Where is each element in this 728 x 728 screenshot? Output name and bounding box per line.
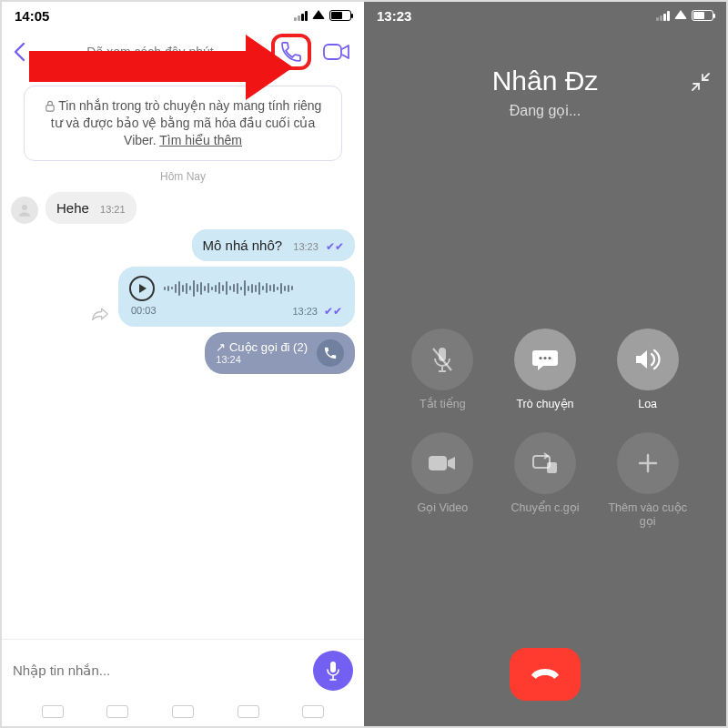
svg-point-6 bbox=[539, 357, 541, 359]
person-icon bbox=[16, 202, 33, 218]
status-time: 13:23 bbox=[377, 8, 411, 24]
call-status: Đang gọi... bbox=[364, 102, 726, 119]
message-time: 13:23 bbox=[293, 241, 318, 252]
mic-icon bbox=[325, 661, 341, 681]
status-time: 14:05 bbox=[15, 8, 49, 24]
message-bubble-out[interactable]: Mô nhá nhô? 13:23 ✔✔ bbox=[192, 229, 355, 261]
message-time: 13:21 bbox=[100, 204, 126, 215]
battery-icon bbox=[329, 10, 351, 21]
chat-body[interactable]: Tin nhắn trong trò chuyện này mang tính … bbox=[2, 75, 364, 639]
tool-icon[interactable] bbox=[42, 705, 64, 718]
svg-rect-11 bbox=[547, 462, 557, 473]
tool-icon[interactable] bbox=[302, 705, 324, 718]
plus-icon bbox=[636, 451, 660, 475]
signal-icon bbox=[294, 11, 308, 21]
wifi-icon bbox=[312, 10, 325, 19]
status-icons bbox=[294, 10, 351, 21]
video-label: Gọi Video bbox=[417, 501, 468, 516]
phone-icon bbox=[279, 40, 303, 64]
call-screen: 13:23 Nhân Đz Đang gọi... Tắt tiếng Trò … bbox=[364, 2, 726, 726]
status-icons bbox=[656, 10, 713, 21]
call-header: Nhân Đz Đang gọi... bbox=[364, 29, 726, 119]
svg-rect-1 bbox=[46, 106, 53, 112]
mute-label: Tắt tiếng bbox=[420, 398, 466, 412]
header-subtitle: Đã xem cách đây phút bbox=[35, 45, 266, 59]
tool-icon[interactable] bbox=[106, 705, 128, 718]
play-button[interactable] bbox=[129, 276, 155, 301]
seen-icon: ✔✔ bbox=[324, 305, 342, 318]
status-bar: 14:05 bbox=[2, 2, 364, 29]
signal-icon bbox=[656, 11, 670, 21]
svg-rect-3 bbox=[330, 662, 336, 672]
encryption-notice: Tin nhắn trong trò chuyện này mang tính … bbox=[24, 86, 342, 161]
outgoing-arrow-icon: ↗ bbox=[216, 340, 226, 354]
message-text: Hehe bbox=[56, 200, 89, 216]
add-participant-label: Thêm vào cuộc gọi bbox=[604, 501, 691, 530]
voice-message-row: 00:03 13:23 ✔✔ bbox=[11, 267, 355, 327]
tool-icon[interactable] bbox=[238, 705, 259, 718]
tool-icon[interactable] bbox=[172, 705, 194, 718]
video-icon bbox=[428, 453, 457, 473]
hangup-icon bbox=[530, 666, 561, 682]
voice-message-bubble[interactable]: 00:03 13:23 ✔✔ bbox=[118, 267, 355, 327]
chat-label: Trò chuyện bbox=[516, 398, 573, 412]
battery-icon bbox=[692, 10, 713, 21]
speaker-button[interactable]: Loa bbox=[604, 329, 691, 412]
speaker-label: Loa bbox=[638, 398, 657, 412]
call-event-chip[interactable]: ↗ Cuộc gọi đi (2) 13:24 bbox=[205, 332, 355, 374]
seen-icon: ✔✔ bbox=[326, 240, 344, 253]
encryption-link[interactable]: Tìm hiểu thêm bbox=[159, 133, 242, 147]
message-text: Mô nhá nhô? bbox=[203, 238, 283, 253]
svg-rect-9 bbox=[429, 456, 447, 470]
mute-button[interactable]: Tắt tiếng bbox=[399, 329, 486, 412]
chat-header: Đã xem cách đây phút bbox=[2, 29, 364, 75]
voice-duration: 00:03 bbox=[131, 305, 157, 318]
hangup-button[interactable] bbox=[510, 648, 581, 701]
chat-icon bbox=[531, 347, 559, 372]
speaker-icon bbox=[633, 347, 662, 372]
call-controls: Tắt tiếng Trò chuyện Loa Gọi Video Chuyể… bbox=[399, 329, 691, 530]
message-bubble-in[interactable]: Hehe 13:21 bbox=[46, 192, 136, 224]
add-participant-button[interactable]: Thêm vào cuộc gọi bbox=[604, 432, 691, 530]
transfer-label: Chuyển c.gọi bbox=[511, 501, 579, 516]
minimize-icon bbox=[692, 73, 710, 91]
lock-icon bbox=[45, 100, 56, 112]
video-button[interactable]: Gọi Video bbox=[399, 432, 486, 530]
video-call-button[interactable] bbox=[317, 34, 357, 70]
svg-rect-0 bbox=[324, 45, 341, 59]
phone-icon bbox=[323, 346, 338, 360]
svg-point-8 bbox=[548, 357, 551, 359]
chat-screen: 14:05 Đã xem cách đây phút Tin nhắn tron… bbox=[2, 2, 364, 726]
call-event-time: 13:24 bbox=[216, 354, 308, 365]
call-event-row: ↗ Cuộc gọi đi (2) 13:24 bbox=[11, 332, 355, 374]
voice-time: 13:23 bbox=[292, 306, 318, 317]
minimize-button[interactable] bbox=[692, 73, 710, 91]
svg-point-2 bbox=[22, 205, 27, 210]
chat-button[interactable]: Trò chuyện bbox=[502, 329, 589, 412]
message-row-out: Mô nhá nhô? 13:23 ✔✔ bbox=[11, 229, 355, 261]
attachment-toolbar bbox=[2, 701, 364, 726]
back-icon[interactable] bbox=[9, 42, 29, 62]
composer bbox=[2, 639, 364, 701]
avatar[interactable] bbox=[11, 197, 38, 224]
call-back-button[interactable] bbox=[317, 339, 344, 367]
mic-button[interactable] bbox=[313, 651, 353, 691]
call-event-label: Cuộc gọi đi (2) bbox=[229, 340, 308, 354]
forward-icon[interactable] bbox=[87, 301, 113, 327]
message-row-in: Hehe 13:21 bbox=[11, 192, 355, 224]
voice-call-button[interactable] bbox=[271, 34, 311, 70]
waveform[interactable] bbox=[164, 278, 344, 299]
mic-off-icon bbox=[430, 345, 455, 374]
message-input[interactable] bbox=[13, 662, 306, 678]
video-icon bbox=[323, 42, 350, 62]
call-contact-name: Nhân Đz bbox=[364, 66, 726, 96]
svg-point-7 bbox=[543, 357, 546, 359]
transfer-icon bbox=[531, 451, 559, 475]
status-bar: 13:23 bbox=[364, 2, 726, 29]
date-divider: Hôm Nay bbox=[11, 170, 355, 183]
wifi-icon bbox=[674, 10, 687, 19]
transfer-button[interactable]: Chuyển c.gọi bbox=[502, 432, 589, 530]
play-icon bbox=[139, 284, 147, 293]
